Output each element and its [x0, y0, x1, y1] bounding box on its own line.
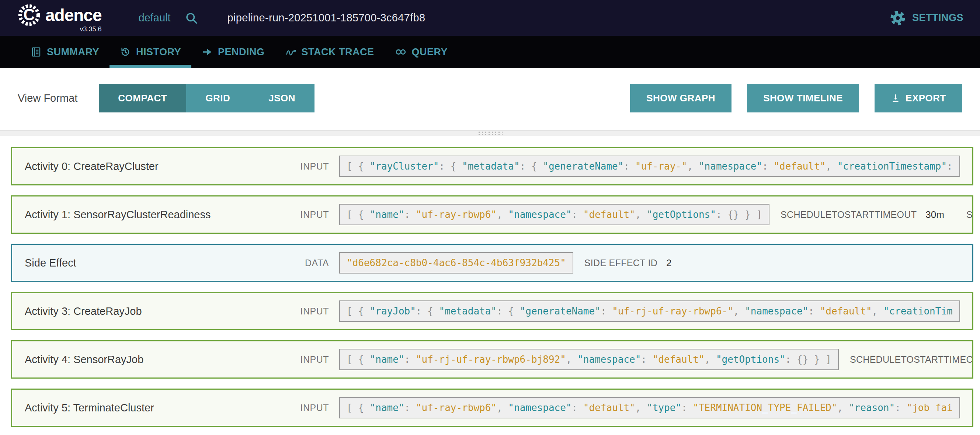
gear-c-logo-icon: C: [17, 3, 42, 28]
event-attrs: SIDE EFFECT ID2: [584, 257, 694, 269]
event-attr-pair: SIDE EFFECT ID2: [584, 257, 672, 269]
pending-icon: [202, 46, 213, 57]
tab-label: STACK TRACE: [302, 46, 374, 58]
view-mode-compact-button[interactable]: COMPACT: [99, 84, 186, 113]
io-label: INPUT: [279, 161, 329, 172]
tab-label: QUERY: [412, 46, 448, 58]
event-row-activity-1[interactable]: Activity 1: SensorRayClusterReadiness IN…: [11, 195, 974, 234]
cadence-logo[interactable]: C adence v3.35.6: [17, 3, 102, 33]
app-version: v3.35.6: [80, 25, 102, 33]
workflow-run-title: pipeline-run-20251001-185700-3c647fb8: [228, 12, 425, 24]
show-graph-button[interactable]: SHOW GRAPH: [630, 84, 732, 113]
download-icon: [891, 93, 900, 103]
tab-pending[interactable]: PENDING: [191, 36, 275, 68]
summary-icon: [30, 46, 42, 57]
show-timeline-label: SHOW TIMELINE: [763, 92, 843, 104]
tab-label: SUMMARY: [47, 46, 99, 58]
event-row-activity-5[interactable]: Activity 5: TerminateCluster INPUT [ { "…: [11, 389, 974, 427]
event-attr-pair: SCHEDULETOSTARTTIMEOUT30m: [781, 209, 944, 221]
gear-icon: [889, 10, 906, 27]
tab-query[interactable]: QUERY: [385, 36, 458, 68]
event-payload-code[interactable]: [ { "name": "uf-rj-uf-ray-rbwp6-bj892", …: [339, 349, 839, 370]
event-payload-code[interactable]: "d6e682ca-c8b0-4ac6-854c-4b63f932b425": [339, 252, 573, 273]
io-label: INPUT: [279, 354, 329, 365]
event-attr-pair: SCHEDULETOSTARTTIMEC: [850, 354, 973, 365]
view-format-switcher: COMPACT GRID JSON: [99, 84, 315, 113]
event-title: Side Effect: [25, 257, 279, 269]
history-icon: [120, 46, 131, 57]
tab-history[interactable]: HISTORY: [110, 36, 191, 68]
event-payload-code[interactable]: [ { "name": "uf-ray-rbwp6", "namespace":…: [339, 204, 770, 225]
panel-resize-divider[interactable]: [0, 130, 980, 136]
view-format-label: View Format: [18, 92, 78, 104]
tab-summary[interactable]: SUMMARY: [20, 36, 110, 68]
io-label: INPUT: [279, 306, 329, 317]
io-label: INPUT: [279, 403, 329, 413]
export-label: EXPORT: [905, 92, 946, 104]
view-toolbar: View Format COMPACT GRID JSON SHOW GRAPH…: [0, 68, 980, 113]
event-title: Activity 3: CreateRayJob: [25, 305, 279, 318]
query-icon: [395, 46, 407, 57]
event-title: Activity 4: SensorRayJob: [25, 354, 279, 366]
io-label: DATA: [279, 258, 329, 268]
tab-label: HISTORY: [136, 46, 181, 58]
drag-grip-icon: [477, 131, 503, 135]
event-attrs: SCHEDULETOSTARTTIMEOUT30mSCH: [781, 209, 974, 221]
event-title: Activity 5: TerminateCluster: [25, 402, 279, 414]
event-row-activity-4[interactable]: Activity 4: SensorRayJob INPUT [ { "name…: [11, 340, 974, 379]
brand-wordmark: adence: [45, 5, 102, 25]
search-icon[interactable]: [185, 11, 198, 25]
tab-stack-trace[interactable]: STACK TRACE: [275, 36, 385, 68]
event-row-activity-3[interactable]: Activity 3: CreateRayJob INPUT [ { "rayJ…: [11, 292, 974, 330]
domain-selector[interactable]: default: [138, 12, 171, 24]
event-attr-pair: SCH: [966, 210, 974, 220]
event-row-side-effect[interactable]: Side Effect DATA "d6e682ca-c8b0-4ac6-854…: [11, 244, 974, 282]
event-payload-code[interactable]: [ { "name": "uf-ray-rbwp6", "namespace":…: [339, 397, 960, 418]
tab-bar: SUMMARY HISTORY PENDING STACK TRACE: [0, 36, 980, 68]
svg-text:C: C: [23, 6, 35, 24]
history-event-list: Activity 0: CreateRayCluster INPUT [ { "…: [0, 136, 980, 427]
show-timeline-button[interactable]: SHOW TIMELINE: [747, 84, 859, 113]
show-graph-label: SHOW GRAPH: [646, 92, 715, 104]
export-button[interactable]: EXPORT: [875, 84, 962, 113]
stacktrace-icon: [285, 46, 296, 57]
view-mode-grid-button[interactable]: GRID: [186, 84, 249, 113]
tab-label: PENDING: [218, 46, 265, 58]
event-title: Activity 1: SensorRayClusterReadiness: [25, 209, 279, 221]
io-label: INPUT: [279, 210, 329, 220]
app-header: C adence v3.35.6 default pipeline-run-20…: [0, 0, 980, 36]
settings-button[interactable]: SETTINGS: [889, 10, 963, 27]
event-row-activity-0[interactable]: Activity 0: CreateRayCluster INPUT [ { "…: [11, 147, 974, 186]
view-mode-json-button[interactable]: JSON: [249, 84, 315, 113]
event-payload-code[interactable]: [ { "rayCluster": { "metadata": { "gener…: [339, 156, 960, 177]
settings-label: SETTINGS: [912, 12, 963, 24]
event-attrs: SCHEDULETOSTARTTIMEC: [850, 354, 974, 365]
event-title: Activity 0: CreateRayCluster: [25, 160, 279, 173]
event-payload-code[interactable]: [ { "rayJob": { "metadata": { "generateN…: [339, 300, 960, 322]
